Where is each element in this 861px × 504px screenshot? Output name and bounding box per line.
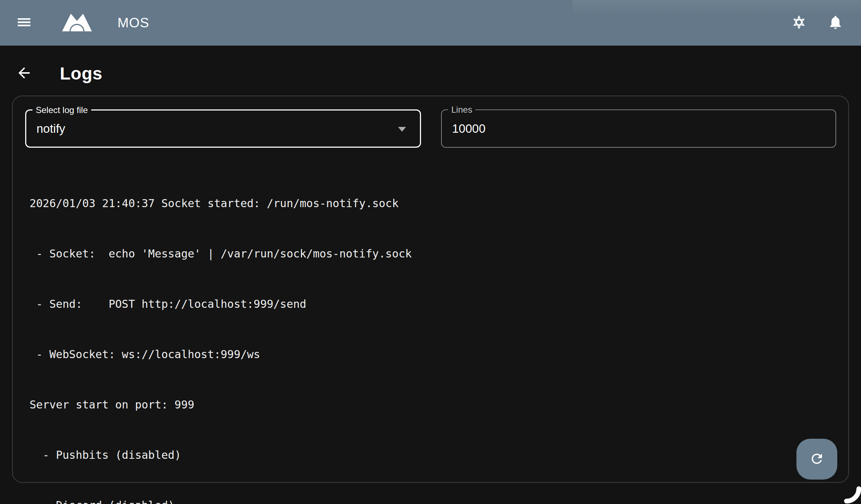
log-viewer-card: Select log file notify Lines 2026/01/03 …	[12, 96, 849, 483]
fields-row: Select log file notify Lines	[13, 109, 848, 148]
log-line: - Socket: echo 'Message' | /var/run/sock…	[30, 245, 836, 262]
appbar-glare	[573, 0, 861, 15]
hamburger-menu-icon	[16, 14, 32, 32]
arrow-back-icon	[16, 65, 32, 82]
app-title: MOS	[117, 15, 149, 31]
log-file-select[interactable]: Select log file notify	[25, 109, 421, 148]
page-header: Logs	[0, 63, 861, 84]
log-line: - Send: POST http://localhost:999/send	[30, 296, 836, 313]
lines-input[interactable]	[442, 121, 807, 136]
log-line: 2026/01/03 21:40:37 Socket started: /run…	[30, 195, 836, 212]
app-bar: MOS	[0, 0, 861, 46]
log-line: - Discord (disabled)	[30, 497, 836, 504]
log-line: - Pushbits (disabled)	[30, 447, 836, 464]
page-title: Logs	[60, 63, 103, 84]
mos-mountains-logo-icon	[62, 13, 92, 33]
chevron-down-icon	[398, 127, 406, 132]
brightness-toggle-button[interactable]	[787, 11, 811, 35]
log-file-select-value: notify	[26, 122, 65, 136]
brightness-icon	[791, 14, 807, 31]
refresh-fab-button[interactable]	[796, 439, 837, 480]
bell-icon	[827, 14, 843, 31]
log-output: 2026/01/03 21:40:37 Socket started: /run…	[30, 162, 836, 504]
log-line: - WebSocket: ws://localhost:999/ws	[30, 346, 836, 363]
log-file-select-label: Select log file	[32, 105, 91, 115]
refresh-icon	[809, 451, 825, 468]
lines-field: Lines	[441, 109, 836, 148]
back-button[interactable]	[12, 62, 36, 85]
app-logo	[62, 13, 92, 33]
log-line: Server start on port: 999	[30, 396, 836, 413]
notifications-button[interactable]	[824, 11, 847, 35]
lines-field-label: Lines	[448, 105, 475, 115]
menu-button[interactable]	[12, 11, 36, 35]
